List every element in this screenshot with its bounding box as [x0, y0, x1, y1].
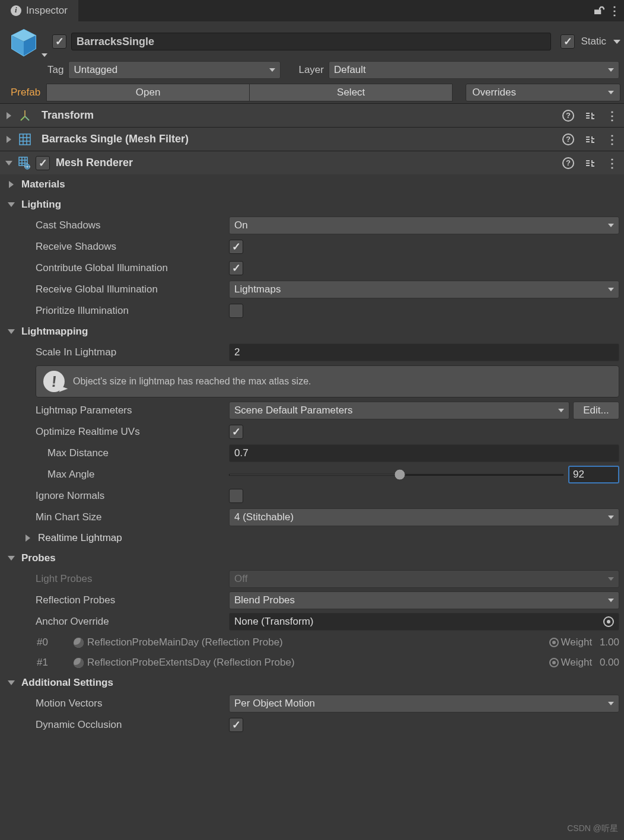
lightmapping-foldout[interactable]: Lightmapping — [0, 322, 624, 342]
overrides-label: Overrides — [472, 87, 516, 98]
layer-dropdown[interactable]: Default — [329, 61, 619, 79]
dynamic-occlusion-checkbox[interactable] — [229, 718, 243, 732]
chevron-down-icon — [608, 224, 614, 227]
reflection-probes-dropdown[interactable]: Blend Probes — [229, 591, 619, 609]
lighting-foldout[interactable]: Lighting — [0, 195, 624, 215]
kebab-icon[interactable]: ⋮ — [606, 156, 618, 170]
prefab-label: Prefab — [11, 87, 40, 98]
chevron-down-icon — [608, 68, 614, 72]
materials-foldout[interactable]: Materials — [0, 174, 624, 195]
warning-icon: ! — [43, 371, 65, 392]
chevron-down-icon — [558, 409, 564, 412]
foldout-icon — [7, 327, 15, 336]
object-picker-icon[interactable] — [603, 616, 614, 627]
probe-weight-label: Weight — [561, 657, 593, 669]
probe-list-item: #1 ReflectionProbeExtentsDay (Reflection… — [0, 653, 624, 673]
anchor-override-value: None (Transform) — [234, 616, 314, 628]
foldout-icon[interactable] — [5, 135, 13, 144]
probe-weight-label: Weight — [561, 637, 593, 648]
preset-icon[interactable] — [585, 158, 596, 168]
prefab-open-button[interactable]: Open — [46, 84, 250, 101]
probe-icon — [74, 658, 84, 668]
probe-weight-value: 0.00 — [600, 657, 619, 669]
kebab-icon[interactable]: ⋮ — [609, 4, 620, 18]
realtime-lightmap-label: Realtime Lightmap — [38, 532, 122, 544]
probe-index: #1 — [37, 657, 74, 669]
preset-icon[interactable] — [585, 134, 596, 145]
meshfilter-component-header[interactable]: Barracks Single (Mesh Filter) ? ⋮ — [0, 127, 624, 151]
static-label: Static — [581, 36, 606, 47]
max-angle-label: Max Angle — [0, 469, 229, 481]
meshrenderer-enabled-checkbox[interactable] — [36, 156, 50, 170]
motion-vectors-dropdown[interactable]: Per Object Motion — [229, 695, 619, 712]
help-icon[interactable]: ? — [562, 133, 574, 145]
max-distance-input[interactable]: 0.7 — [229, 444, 619, 462]
lightmap-params-edit-button[interactable]: Edit... — [573, 402, 619, 419]
probe-index: #0 — [37, 637, 74, 648]
tag-label: Tag — [47, 64, 63, 76]
materials-label: Materials — [21, 179, 65, 190]
chevron-down-icon — [608, 91, 614, 94]
svg-point-7 — [26, 166, 28, 168]
receive-gi-label: Receive Global Illumination — [0, 284, 229, 295]
lightmap-params-dropdown[interactable]: Scene Default Parameters — [229, 402, 569, 419]
info-icon — [11, 5, 21, 16]
cast-shadows-dropdown[interactable]: On — [229, 217, 619, 234]
reflection-probes-value: Blend Probes — [234, 594, 295, 606]
scale-lightmap-input[interactable]: 2 — [229, 343, 619, 361]
contribute-gi-checkbox[interactable] — [229, 261, 243, 275]
foldout-icon — [7, 180, 15, 189]
kebab-icon[interactable]: ⋮ — [606, 109, 618, 123]
lock-icon[interactable]: 🔓︎ — [594, 5, 605, 17]
meshrenderer-component-header[interactable]: Mesh Renderer ? ⋮ — [0, 151, 624, 174]
realtime-lightmap-foldout[interactable]: Realtime Lightmap — [0, 528, 624, 548]
watermark: CSDN @听星 — [567, 823, 618, 834]
min-chart-value: 4 (Stitchable) — [234, 511, 294, 523]
motion-vectors-label: Motion Vectors — [0, 698, 229, 709]
receive-shadows-checkbox[interactable] — [229, 240, 243, 254]
foldout-icon[interactable] — [5, 159, 13, 167]
ignore-normals-checkbox[interactable] — [229, 489, 243, 503]
foldout-icon — [7, 201, 15, 209]
gameobject-name-input[interactable] — [71, 33, 551, 50]
help-icon[interactable]: ? — [562, 157, 574, 169]
scale-lightmap-label: Scale In Lightmap — [0, 346, 229, 358]
anchor-override-field[interactable]: None (Transform) — [229, 613, 619, 631]
additional-settings-foldout[interactable]: Additional Settings — [0, 673, 624, 693]
static-dropdown-icon[interactable] — [613, 40, 620, 44]
tag-dropdown[interactable]: Untagged — [68, 61, 281, 79]
chevron-down-icon — [608, 516, 614, 519]
prefab-icon-dropdown[interactable] — [42, 53, 47, 57]
probe-name: ReflectionProbeExtentsDay (Reflection Pr… — [87, 657, 295, 669]
chevron-down-icon — [269, 68, 275, 72]
prefab-overrides-dropdown[interactable]: Overrides — [466, 84, 620, 101]
probes-foldout[interactable]: Probes — [0, 548, 624, 568]
min-chart-label: Min Chart Size — [0, 511, 229, 523]
prefab-select-button[interactable]: Select — [250, 84, 453, 101]
light-probes-label: Light Probes — [0, 573, 229, 585]
optimize-uvs-checkbox[interactable] — [229, 425, 243, 439]
transform-component-header[interactable]: Transform ? ⋮ — [0, 103, 624, 127]
max-angle-input[interactable]: 92 — [568, 466, 619, 483]
max-angle-slider[interactable] — [229, 469, 563, 481]
foldout-icon[interactable] — [5, 112, 13, 120]
receive-gi-dropdown[interactable]: Lightmaps — [229, 281, 619, 298]
target-icon — [549, 658, 559, 667]
dynamic-occlusion-label: Dynamic Occlusion — [0, 719, 229, 731]
lightmap-warning-box: ! Object's size in lightmap has reached … — [36, 365, 619, 397]
gameobject-active-checkbox[interactable] — [52, 34, 66, 49]
meshrenderer-title: Mesh Renderer — [56, 157, 133, 169]
chevron-down-icon — [608, 599, 614, 602]
motion-vectors-value: Per Object Motion — [234, 698, 315, 709]
prioritize-checkbox[interactable] — [229, 304, 243, 318]
chevron-down-icon — [608, 288, 614, 291]
prioritize-label: Prioritize Illumination — [0, 305, 229, 317]
ignore-normals-label: Ignore Normals — [0, 490, 229, 502]
kebab-icon[interactable]: ⋮ — [606, 132, 618, 147]
min-chart-dropdown[interactable]: 4 (Stitchable) — [229, 508, 619, 526]
preset-icon[interactable] — [585, 110, 596, 121]
inspector-tab[interactable]: Inspector — [0, 0, 78, 21]
foldout-icon — [7, 554, 15, 562]
static-checkbox[interactable] — [561, 34, 575, 49]
help-icon[interactable]: ? — [562, 110, 574, 122]
